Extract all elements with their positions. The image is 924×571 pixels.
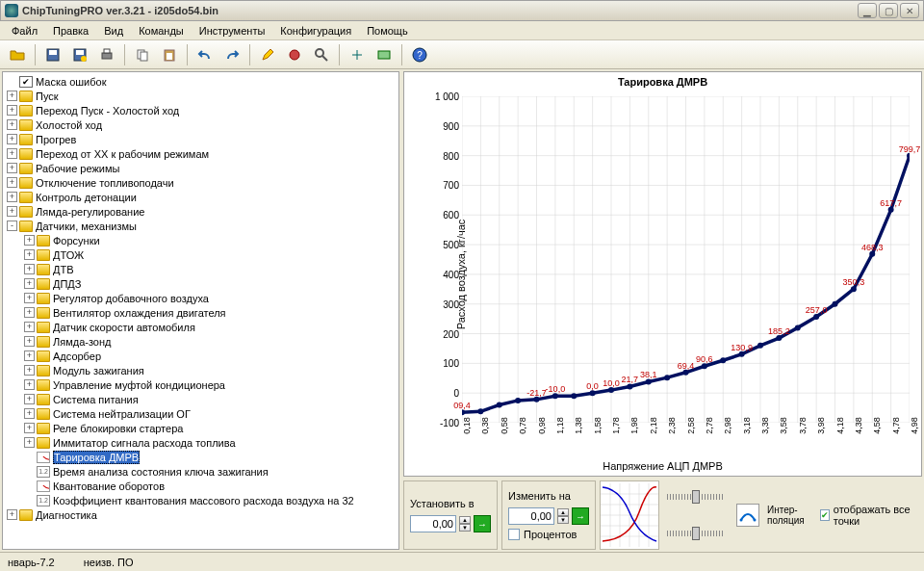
expander-icon[interactable]: + [24,235,35,246]
tree-node[interactable]: +Адсорбер [3,349,398,363]
tree-node[interactable]: +Лямда-регулирование [3,204,398,219]
expander-icon[interactable]: + [7,177,17,188]
tree-node[interactable]: +Датчик скорости автомобиля [3,320,398,334]
help-icon[interactable]: ? [408,43,431,66]
change-spin[interactable]: ▲▼ [557,508,569,524]
expander-icon[interactable]: + [7,163,17,173]
tree-node[interactable]: +Переход от ХХ к рабочим режимам [3,146,398,161]
data-label: 130,9 [731,343,753,352]
set-input[interactable] [410,515,456,532]
paste-icon[interactable] [158,43,181,66]
print-icon[interactable] [95,43,118,66]
expander-icon[interactable]: + [7,509,17,520]
expander-icon[interactable]: + [24,423,35,433]
change-apply-button[interactable]: → [572,507,589,525]
open-icon[interactable] [6,43,29,66]
expander-icon[interactable]: + [24,293,35,303]
set-spin[interactable]: ▲▼ [459,516,471,532]
expander-icon[interactable]: + [7,134,17,144]
close-button[interactable]: ✕ [900,3,919,18]
tree-node[interactable]: +ДПДЗ [3,276,398,291]
tool1-icon[interactable] [346,43,369,66]
menu-file[interactable]: Файл [4,23,45,39]
menu-help[interactable]: Помощь [359,23,416,39]
menu-view[interactable]: Вид [96,23,131,39]
search-icon[interactable] [310,43,333,66]
expander-icon[interactable]: + [7,91,17,101]
expander-icon[interactable]: + [24,307,35,318]
folder-icon [19,119,33,131]
undo-icon[interactable] [193,43,217,66]
expander-icon[interactable]: + [7,192,17,202]
percent-checkbox[interactable]: Процентов [508,529,589,540]
setting-icon[interactable] [283,43,306,66]
tree-node[interactable]: -Датчики, механизмы [3,219,398,233]
tree-node[interactable]: +Регулятор добавочного воздуха [3,291,398,305]
menu-commands[interactable]: Команды [131,23,192,39]
redo-icon[interactable] [220,43,244,66]
tree-node[interactable]: +Система нейтрализации ОГ [3,406,398,421]
showall-checkbox[interactable]: ✔ отображать все точки [820,504,916,527]
copy-icon[interactable] [131,43,154,66]
chart-plot[interactable]: -10001002003004005006007008009001 0000,1… [462,96,910,423]
expander-icon[interactable]: + [24,249,35,260]
tree-panel[interactable]: ✔Маска ошибок+Пуск+Переход Пуск - Холост… [2,71,399,550]
tool2-icon[interactable] [372,43,396,66]
tree-node[interactable]: +Вентилятор охлаждения двигателя [3,305,398,320]
expander-icon[interactable]: + [7,206,17,217]
tree-node[interactable]: +Система питания [3,392,398,406]
slider-1[interactable] [667,494,723,500]
expander-icon[interactable]: + [24,336,35,347]
tree-node[interactable]: +Модуль зажигания [3,363,398,377]
expander-icon[interactable]: + [24,278,35,289]
tree-node[interactable]: +Прогрев [3,132,398,146]
tree-node[interactable]: +Реле блокировки стартера [3,421,398,435]
tree-node[interactable]: +Контроль детонации [3,190,398,204]
expander-icon[interactable]: + [7,119,17,130]
menu-tools[interactable]: Инструменты [192,23,273,39]
tree-node[interactable]: +ДТВ [3,262,398,276]
tree-node[interactable]: +Отключение топливоподачи [3,175,398,190]
tree-node[interactable]: 1.2Коэффициент квантования массового рас… [3,493,398,507]
expander-icon[interactable]: + [7,148,17,159]
expander-icon[interactable]: + [24,264,35,274]
tree-node[interactable]: +Рабочие режимы [3,161,398,175]
tree-node[interactable]: +Переход Пуск - Холостой ход [3,103,398,117]
tree-node[interactable]: +Пуск [3,89,398,103]
expander-icon[interactable]: + [24,437,35,448]
pencil-icon[interactable] [256,43,279,66]
tree-node[interactable]: Тарировка ДМРВ [3,450,398,464]
tree-node[interactable]: ✔Маска ошибок [3,74,398,89]
x-tick: 2,78 [705,417,714,434]
expander-icon[interactable]: - [7,221,17,231]
tree-node[interactable]: Квантование оборотов [3,479,398,493]
slider-2[interactable] [667,531,723,536]
maximize-button[interactable]: ▢ [879,3,898,18]
tree-node[interactable]: +Иммитатор сигнала расхода топлива [3,435,398,450]
tree-node[interactable]: +Управление муфтой кондиционера [3,377,398,392]
interp-button[interactable] [736,504,759,527]
expander-icon[interactable]: + [24,365,35,376]
expander-icon[interactable]: + [24,408,35,419]
expander-icon[interactable]: + [24,394,35,404]
tree-node[interactable]: +Лямда-зонд [3,334,398,349]
save-icon[interactable] [41,43,64,66]
tree-node[interactable]: +Холостой ход [3,117,398,132]
tree-node[interactable]: +ДТОЖ [3,247,398,262]
change-group: Изменить на ▲▼ → Процентов [501,480,596,550]
saveas-icon[interactable] [68,43,91,66]
svg-point-57 [515,398,521,403]
menu-config[interactable]: Конфигурация [272,23,359,39]
minimize-button[interactable]: ▁ [858,3,877,18]
tree-node[interactable]: +Диагностика [3,507,398,522]
expander-icon[interactable]: + [7,105,17,116]
expander-icon[interactable]: + [24,322,35,332]
expander-icon[interactable]: + [24,350,35,361]
menu-edit[interactable]: Правка [45,23,96,39]
tree-node[interactable]: 1.2Время анализа состояния ключа зажиган… [3,464,398,479]
window-title: ChipTuningPRO ver.3.21 - i205do54.bin [22,5,856,16]
change-input[interactable] [508,507,554,525]
tree-node[interactable]: +Форсунки [3,233,398,247]
expander-icon[interactable]: + [24,379,35,390]
set-apply-button[interactable]: → [474,515,491,532]
